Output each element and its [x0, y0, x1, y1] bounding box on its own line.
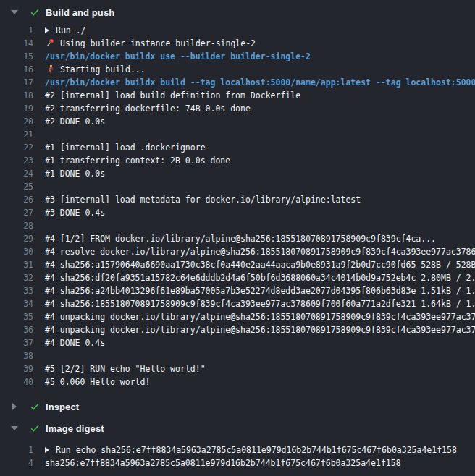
- line-number[interactable]: 14: [0, 37, 33, 50]
- log-line: 29#4 [1/2] FROM docker.io/library/alpine…: [0, 232, 475, 245]
- log-line: 23#1 transferring context: 2B 0.0s done: [0, 154, 475, 167]
- line-number[interactable]: 23: [0, 154, 33, 167]
- log-line: 4sha256:e7ff8834a5963a2785c5a0811e979d16…: [0, 456, 475, 469]
- line-number[interactable]: 30: [0, 245, 33, 258]
- log-text: #2 DONE 0.0s: [45, 115, 105, 128]
- log-line: 24#1 DONE 0.0s: [0, 167, 475, 180]
- line-number[interactable]: 26: [0, 193, 33, 206]
- log-text: #4 [1/2] FROM docker.io/library/alpine@s…: [45, 232, 436, 245]
- line-number[interactable]: 36: [0, 323, 33, 336]
- line-number[interactable]: 24: [0, 167, 33, 180]
- log-line: 28: [0, 219, 475, 232]
- section-header-image-digest[interactable]: Image digest: [0, 420, 475, 436]
- section-header-build-and-push[interactable]: Build and push: [0, 4, 475, 20]
- line-number[interactable]: 38: [0, 349, 33, 362]
- section-title: Inspect: [46, 401, 79, 412]
- check-icon: [30, 401, 40, 412]
- line-number[interactable]: 18: [0, 89, 33, 102]
- log-lines-build-and-push: 1Run ./14Using builder instance builder-…: [0, 20, 475, 399]
- log-text: #4 sha256:a24bb4013296f61e89ba57005a7b3e…: [45, 284, 475, 297]
- log-text: sha256:e7ff8834a5963a2785c5a0811e979d16b…: [45, 456, 401, 469]
- check-icon: [30, 423, 40, 433]
- line-number[interactable]: 28: [0, 219, 33, 232]
- section-inspect: Inspect: [0, 399, 475, 415]
- log-text: #4 sha256:df20fa9351a15782c64e6dddb2d4a6…: [45, 271, 475, 284]
- log-line: 33#4 sha256:a24bb4013296f61e89ba57005a7b…: [0, 284, 475, 297]
- line-number[interactable]: 25: [0, 180, 33, 193]
- line-number[interactable]: 32: [0, 271, 33, 284]
- log-text: #5 [2/2] RUN echo "Hello world!": [45, 362, 206, 375]
- log-line: 36#4 unpacking docker.io/library/alpine@…: [0, 323, 475, 336]
- actions-log-viewer: { "colors": { "background": "#23272d", "…: [0, 0, 475, 476]
- chevron-down-icon: [10, 10, 19, 14]
- log-line: 17/usr/bin/docker buildx build --tag loc…: [0, 76, 475, 89]
- line-number[interactable]: 1: [0, 24, 33, 37]
- log-line: 20#2 DONE 0.0s: [0, 115, 475, 128]
- expand-run-icon[interactable]: [45, 447, 49, 453]
- log-line: 21: [0, 128, 475, 141]
- log-line: 1Run ./: [0, 24, 475, 37]
- runner-icon: [45, 64, 55, 74]
- line-number[interactable]: 31: [0, 258, 33, 271]
- log-line: 30#4 resolve docker.io/library/alpine@sh…: [0, 245, 475, 258]
- log-line: 22#1 [internal] load .dockerignore: [0, 141, 475, 154]
- log-line: 16Starting build...: [0, 63, 475, 76]
- section-image-digest: Image digest 1Run echo sha256:e7ff8834a5…: [0, 420, 475, 469]
- chevron-down-icon: [10, 426, 19, 430]
- log-line: 27#3 DONE 0.4s: [0, 206, 475, 219]
- log-text: #3 DONE 0.4s: [45, 206, 105, 219]
- line-number[interactable]: 21: [0, 128, 33, 141]
- expand-run-icon[interactable]: [45, 27, 49, 33]
- log-text: #4 sha256:a15790640a6690aa1730c38cf0a440…: [45, 258, 475, 271]
- log-line: 18#2 [internal] load build definition fr…: [0, 89, 475, 102]
- section-title: Build and push: [46, 7, 114, 18]
- line-number[interactable]: 39: [0, 362, 33, 375]
- log-text: Starting build...: [45, 63, 146, 76]
- log-line: 38: [0, 349, 475, 362]
- line-number[interactable]: 1: [0, 443, 33, 456]
- line-number[interactable]: 15: [0, 50, 33, 63]
- line-number[interactable]: 29: [0, 232, 33, 245]
- run-group-text[interactable]: Run echo sha256:e7ff8834a5963a2785c5a081…: [45, 443, 457, 456]
- line-number[interactable]: 16: [0, 63, 33, 76]
- check-icon: [30, 7, 40, 17]
- run-group-text[interactable]: Run ./: [45, 24, 86, 37]
- log-line: 40#5 0.060 Hello world!: [0, 375, 475, 388]
- log-text: /usr/bin/docker buildx use --builder bui…: [45, 50, 311, 63]
- line-number[interactable]: 20: [0, 115, 33, 128]
- log-text: #1 [internal] load .dockerignore: [45, 141, 206, 154]
- section-build-and-push: Build and push 1Run ./14Using builder in…: [0, 4, 475, 399]
- line-number[interactable]: 34: [0, 297, 33, 310]
- log-line: 35#4 unpacking docker.io/library/alpine@…: [0, 310, 475, 323]
- line-number[interactable]: 17: [0, 76, 33, 89]
- log-text: #1 transferring context: 2B 0.0s done: [45, 154, 230, 167]
- line-number[interactable]: 27: [0, 206, 33, 219]
- log-text: #2 [internal] load build definition from…: [45, 89, 300, 102]
- line-number[interactable]: 22: [0, 141, 33, 154]
- line-number[interactable]: 33: [0, 284, 33, 297]
- log-line: 32#4 sha256:df20fa9351a15782c64e6dddb2d4…: [0, 271, 475, 284]
- log-text: #5 0.060 Hello world!: [45, 375, 150, 388]
- log-line: 19#2 transferring dockerfile: 74B 0.0s d…: [0, 102, 475, 115]
- log-line: 1Run echo sha256:e7ff8834a5963a2785c5a08…: [0, 443, 475, 456]
- pushpin-icon: [45, 38, 55, 48]
- line-number[interactable]: 19: [0, 102, 33, 115]
- log-line: 39#5 [2/2] RUN echo "Hello world!": [0, 362, 475, 375]
- line-number[interactable]: 4: [0, 456, 33, 469]
- log-line: 34#4 sha256:185518070891758909c9f839cf4c…: [0, 297, 475, 310]
- log-line: 25: [0, 180, 475, 193]
- line-number[interactable]: 35: [0, 310, 33, 323]
- log-text: #4 unpacking docker.io/library/alpine@sh…: [45, 323, 475, 336]
- log-line: 14Using builder instance builder-single-…: [0, 37, 475, 50]
- section-title: Image digest: [46, 423, 104, 434]
- chevron-right-icon: [10, 403, 19, 410]
- log-text: Using builder instance builder-single-2: [45, 37, 256, 50]
- line-number[interactable]: 40: [0, 375, 33, 388]
- log-line: 15/usr/bin/docker buildx use --builder b…: [0, 50, 475, 63]
- log-text: #2 transferring dockerfile: 74B 0.0s don…: [45, 102, 251, 115]
- log-text: #1 DONE 0.0s: [45, 167, 105, 180]
- log-lines-image-digest: 1Run echo sha256:e7ff8834a5963a2785c5a08…: [0, 436, 475, 469]
- log-text: /usr/bin/docker buildx build --tag local…: [45, 76, 475, 89]
- line-number[interactable]: 37: [0, 336, 33, 349]
- section-header-inspect[interactable]: Inspect: [0, 399, 475, 415]
